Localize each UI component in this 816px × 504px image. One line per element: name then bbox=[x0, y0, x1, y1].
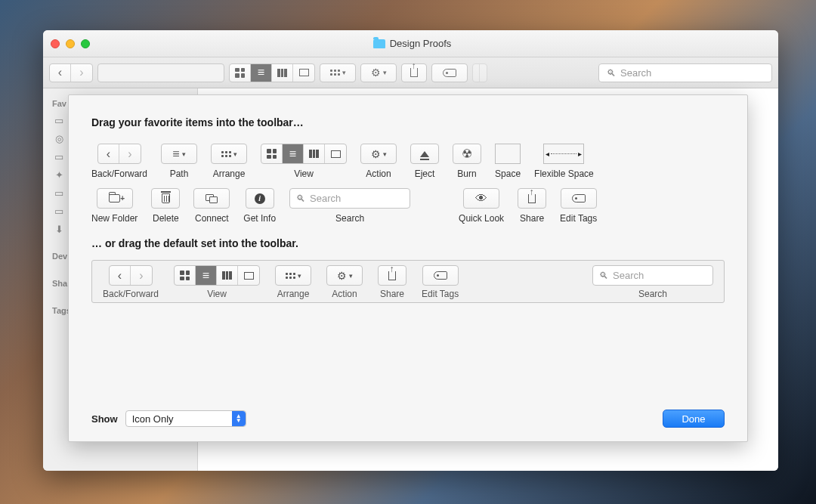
default-arrange: Arrange bbox=[275, 265, 311, 299]
default-edit-tags: Edit Tags bbox=[422, 265, 459, 299]
list-icon bbox=[202, 269, 209, 283]
gallery-action[interactable]: Action bbox=[360, 144, 397, 179]
extra-segment bbox=[472, 63, 487, 82]
gear-icon bbox=[371, 66, 381, 79]
finder-toolbar: Search bbox=[43, 57, 778, 88]
path-icon bbox=[172, 147, 179, 161]
view-switcher bbox=[229, 63, 315, 82]
gallery-burn[interactable]: Burn bbox=[453, 144, 481, 179]
customize-toolbar-sheet: Drag your favorite items into the toolba… bbox=[68, 94, 748, 442]
gallery-search[interactable]: Search Search bbox=[289, 188, 410, 224]
gear-icon bbox=[337, 270, 347, 282]
gallery-delete[interactable]: Delete bbox=[151, 188, 180, 224]
gallery-quick-look[interactable]: Quick Look bbox=[459, 188, 504, 224]
default-share: Share bbox=[378, 265, 406, 299]
window-controls bbox=[51, 39, 90, 48]
done-button[interactable]: Done bbox=[663, 410, 725, 428]
grid-icon bbox=[235, 68, 245, 78]
arrange-menu[interactable] bbox=[320, 63, 356, 82]
share-icon bbox=[410, 68, 418, 77]
view-columns-button[interactable] bbox=[272, 64, 293, 82]
folder-icon bbox=[373, 39, 385, 48]
gallery-connect[interactable]: Connect bbox=[193, 188, 230, 224]
search-icon bbox=[599, 270, 608, 281]
space-box bbox=[495, 144, 521, 164]
flexible-space-box: ◂ ▸ bbox=[543, 144, 584, 164]
stepper-arrows-icon: ▲▼ bbox=[232, 411, 246, 426]
chevron-left-icon bbox=[58, 66, 62, 79]
edit-tags-button[interactable] bbox=[431, 63, 468, 82]
trash-icon bbox=[162, 193, 170, 203]
coverflow-icon bbox=[331, 150, 341, 158]
list-icon bbox=[258, 66, 264, 79]
sheet-heading: Drag your favorite items into the toolba… bbox=[91, 116, 725, 128]
show-label: Show bbox=[91, 413, 118, 425]
burn-icon bbox=[462, 147, 472, 161]
gallery-get-info[interactable]: Get Info bbox=[243, 188, 276, 224]
columns-icon bbox=[277, 69, 287, 77]
columns-icon bbox=[222, 271, 232, 280]
search-input[interactable]: Search bbox=[620, 64, 764, 82]
gear-icon bbox=[371, 148, 381, 160]
gallery-view[interactable]: View bbox=[261, 144, 347, 179]
back-button[interactable] bbox=[50, 64, 71, 82]
arrange-icon bbox=[221, 151, 231, 157]
default-search: Search Search bbox=[592, 265, 713, 299]
chevron-left-icon bbox=[107, 147, 110, 161]
share-button[interactable] bbox=[401, 63, 427, 82]
zoom-window-icon[interactable] bbox=[81, 39, 90, 48]
columns-icon bbox=[309, 150, 319, 158]
downloads-icon: ⬇ bbox=[52, 224, 66, 234]
view-list-button[interactable] bbox=[251, 64, 272, 82]
eject-icon bbox=[420, 151, 429, 157]
minimize-window-icon[interactable] bbox=[66, 39, 75, 48]
action-menu[interactable] bbox=[360, 63, 397, 82]
path-well[interactable] bbox=[97, 63, 224, 82]
gallery-back-forward[interactable]: Back/Forward bbox=[91, 144, 147, 179]
airdrop-icon: ◎ bbox=[52, 133, 66, 144]
toolbar-search[interactable]: Search bbox=[598, 63, 772, 82]
folder-sidebar-icon: ▭ bbox=[52, 206, 66, 216]
tag-icon bbox=[434, 271, 447, 280]
gallery-share[interactable]: Share bbox=[518, 188, 546, 224]
gallery-edit-tags[interactable]: Edit Tags bbox=[560, 188, 597, 224]
gallery-new-folder[interactable]: New Folder bbox=[91, 188, 138, 224]
chevron-left-icon bbox=[118, 269, 122, 283]
gallery-flexible-space[interactable]: ◂ ▸ Flexible Space bbox=[534, 144, 594, 179]
list-icon bbox=[289, 147, 296, 161]
gallery-eject[interactable]: Eject bbox=[410, 144, 439, 179]
tag-icon bbox=[572, 194, 586, 203]
gallery-space[interactable]: Space bbox=[495, 144, 521, 179]
chevron-right-icon bbox=[139, 269, 143, 283]
show-popup-value: Icon Only bbox=[132, 413, 174, 425]
show-popup[interactable]: Icon Only ▲▼ bbox=[125, 410, 246, 427]
new-folder-icon bbox=[109, 194, 120, 203]
grid-icon bbox=[267, 149, 277, 159]
share-icon bbox=[388, 271, 396, 280]
close-window-icon[interactable] bbox=[51, 39, 60, 48]
title-area: Design Proofs bbox=[96, 38, 728, 49]
view-icons-button[interactable] bbox=[230, 64, 251, 82]
default-view: View bbox=[174, 265, 260, 299]
info-icon bbox=[255, 193, 265, 204]
grid-icon bbox=[180, 271, 190, 280]
arrange-icon bbox=[330, 70, 340, 76]
default-back-forward: Back/Forward bbox=[103, 265, 159, 299]
share-icon bbox=[528, 194, 536, 203]
connect-icon bbox=[206, 194, 218, 203]
documents-icon: ▭ bbox=[52, 187, 66, 198]
gallery-arrange[interactable]: Arrange bbox=[211, 144, 247, 179]
default-action: Action bbox=[326, 265, 363, 299]
tag-icon bbox=[443, 69, 456, 77]
chevron-right-icon bbox=[128, 147, 131, 161]
sheet-footer: Show Icon Only ▲▼ Done bbox=[91, 410, 725, 428]
forward-button[interactable] bbox=[71, 64, 92, 82]
coverflow-icon bbox=[299, 69, 309, 76]
gallery-path[interactable]: Path bbox=[161, 144, 197, 179]
desktop-icon: ▭ bbox=[52, 151, 66, 162]
apps-icon: ✦ bbox=[52, 169, 66, 180]
view-coverflow-button[interactable] bbox=[293, 64, 314, 82]
search-icon bbox=[607, 67, 616, 79]
default-toolbar-set[interactable]: Back/Forward View Arrange Action Share E… bbox=[91, 260, 725, 303]
gallery-row-2: New Folder Delete Connect Get Info Searc… bbox=[91, 188, 725, 224]
